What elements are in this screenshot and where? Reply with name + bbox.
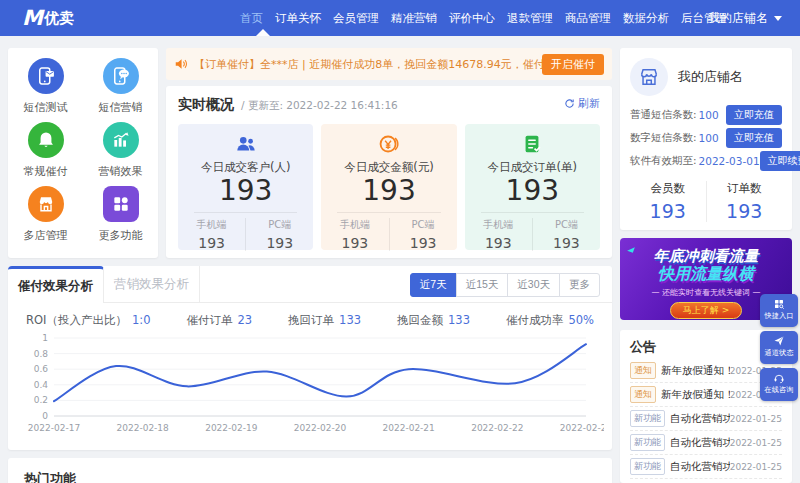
announcement-tag: 新功能 [630,458,665,475]
sub-label: PC端 [533,218,600,232]
announcement-item[interactable]: 新功能自动化营销功能上线2022-01-25 [630,407,782,431]
shop-row-button-立即充值[interactable]: 立即充值 [726,128,782,148]
shop-stat-会员数: 会员数193 [630,181,707,222]
realtime-title: 实时概况 [178,96,234,114]
notice-bar: 【订单催付】全***店 | 近期催付成功8单，挽回金额14678.94元，催付成… [166,48,612,80]
metric-value: 133 [448,313,470,327]
shop-stat-label: 订单数 [707,181,783,196]
quick-item-更多功能[interactable]: 更多功能 [83,186,158,250]
nav-item-商品管理[interactable]: 商品管理 [565,11,611,26]
sub-value: 193 [246,235,313,251]
sub-label: 手机端 [321,218,388,232]
sub-label: PC端 [390,218,457,232]
bell-icon [36,130,56,150]
metric-value: 133 [339,313,361,327]
shop-account-menu[interactable]: 我的店铺名 [708,0,782,36]
nav-item-退款管理[interactable]: 退款管理 [507,11,553,26]
shop-quota-row: 软件有效期至:2022-03-01立即续费 [630,149,782,172]
svg-text:2022-02-17: 2022-02-17 [28,423,80,433]
stat-card-value: 193 [321,175,456,207]
tab-marketing-analysis[interactable]: 营销效果分析 [104,266,200,302]
divider [481,212,584,213]
sub-value: 193 [465,235,532,251]
announcement-item[interactable]: 新功能自动化营销功能上线2022-01-25 [630,431,782,455]
hot-features-title: 热门功能 [24,471,76,483]
range-button-近30天[interactable]: 近30天 [507,273,560,297]
stat-card-今日成交订单(单): 今日成交订单(单)193手机端193PC端193 [465,124,600,250]
quick-item-营销效果[interactable]: 营销效果 [83,122,158,186]
refresh-button[interactable]: 刷新 [564,96,600,111]
float-button-label: 在线咨询 [765,385,794,395]
svg-text:0.8: 0.8 [34,349,49,359]
stat-sub-col: 手机端193 [321,218,389,251]
shop-row-label: 数字短信条数: [630,131,697,145]
stat-card-label: 今日成交订单(单) [465,160,600,175]
shop-row-value: 2022-03-01 [699,155,760,167]
svg-text:0: 0 [42,411,48,421]
float-button-label: 快捷入口 [765,311,794,321]
announcement-date: 2022-01-25 [730,414,782,424]
float-button-label: 通道状态 [765,348,794,358]
announcement-text: 自动化营销功能上线 [670,436,730,450]
stat-sub-row: 手机端193PC端193 [465,218,600,251]
realtime-overview-panel: 实时概况 / 更新至: 2022-02-22 16:41:16 刷新 今日成交客… [166,86,612,258]
stat-card-label: 今日成交客户(人) [178,160,313,175]
float-button-通道状态[interactable]: 通道状态 [760,331,798,364]
announcement-date: 2022-01-25 [730,438,782,448]
svg-text:2022-02-21: 2022-02-21 [383,423,435,433]
nav-item-评价中心[interactable]: 评价中心 [449,11,495,26]
metric-value: 50% [568,313,594,327]
range-button-近15天[interactable]: 近15天 [456,273,509,297]
nav-item-数据分析[interactable]: 数据分析 [623,11,669,26]
shop-row-button-立即充值[interactable]: 立即充值 [726,105,782,125]
shop-stats: 会员数193订单数193 [630,181,782,222]
announcement-item[interactable]: 新功能自动化营销功能上线2022-01-25 [630,455,782,479]
announcement-text: 新年放假通知！！！ [661,388,730,402]
date-range-group: 近7天近15天近30天更多 [410,273,600,297]
grid-icon [111,194,131,214]
metric-催付成功率: 催付成功率50% [506,313,594,328]
analysis-panel: 催付效果分析 营销效果分析 近7天近15天近30天更多 ROI（投入产出比）1:… [8,266,612,450]
metrics-row: ROI（投入产出比）1:0催付订单23挽回订单133挽回金额133催付成功率50… [8,303,612,328]
announcement-tag: 新功能 [630,434,665,451]
headset-icon [773,372,785,384]
nav-item-精准营销[interactable]: 精准营销 [391,11,437,26]
quick-item-短信测试[interactable]: 短信测试 [8,58,83,122]
range-button-更多[interactable]: 更多 [559,273,600,297]
float-button-快捷入口[interactable]: 快捷入口 [760,294,798,327]
quick-item-短信营销[interactable]: 短信营销 [83,58,158,122]
shop-quota-row: 数字短信条数:100立即充值 [630,126,782,149]
banner-cta-button[interactable]: 马上了解 > [670,302,742,319]
quick-access-panel: 短信测试短信营销常规催付营销效果多店管理更多功能 [8,48,158,258]
shop-stat-value: 193 [707,200,783,222]
shop-stat-value: 193 [630,200,706,222]
quick-grid: 短信测试短信营销常规催付营销效果多店管理更多功能 [8,58,158,250]
announcement-tag: 通知 [630,386,656,403]
stat-card-value: 193 [465,175,600,207]
paper-plane-icon [773,335,785,347]
quick-item-label: 更多功能 [99,228,143,243]
tab-reminder-analysis[interactable]: 催付效果分析 [8,266,104,303]
announcement-text: 新年放假通知！！！ [661,364,730,378]
svg-text:0.6: 0.6 [34,364,49,374]
float-button-在线咨询[interactable]: 在线咨询 [760,368,798,401]
shop-row-button-立即续费[interactable]: 立即续费 [760,151,800,171]
app-logo[interactable]: M 优卖 [22,0,74,36]
shop-icon [630,58,668,96]
quick-item-多店管理[interactable]: 多店管理 [8,186,83,250]
banner-subheadline: 快用流量纵横 [620,264,792,285]
range-button-近7天[interactable]: 近7天 [410,273,457,297]
sub-value: 193 [321,235,388,251]
stat-cards: 今日成交客户(人)193手机端193PC端193今日成交金额(元)193手机端1… [178,124,600,250]
announcement-text: 自动化营销功能上线 [670,412,730,426]
stat-card-今日成交客户(人): 今日成交客户(人)193手机端193PC端193 [178,124,313,250]
stat-sub-col: PC端193 [390,218,457,251]
nav-item-首页[interactable]: 首页 [240,11,263,26]
shop-row-label: 普通短信条数: [630,108,697,122]
quick-item-常规催付[interactable]: 常规催付 [8,122,83,186]
nav-item-订单关怀[interactable]: 订单关怀 [275,11,321,26]
start-reminder-button[interactable]: 开启催付 [542,54,604,75]
stat-card-value: 193 [178,175,313,207]
nav-menu: 首页订单关怀会员管理精准营销评价中心退款管理商品管理数据分析后台管理 [240,0,727,36]
nav-item-会员管理[interactable]: 会员管理 [333,11,379,26]
